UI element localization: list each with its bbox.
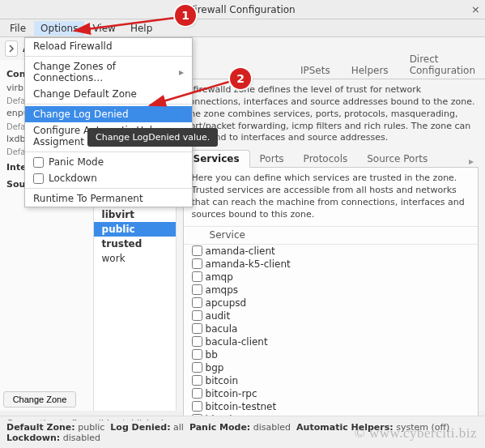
service-checkbox[interactable] <box>192 375 202 386</box>
main-panel: Zones Services IPSets Helpers Direct Con… <box>177 60 485 411</box>
service-row[interactable]: bacula-client <box>184 335 478 348</box>
status-panic-v: disabled <box>253 422 291 433</box>
service-checkbox[interactable] <box>192 297 202 308</box>
service-row[interactable]: amanda-k5-client <box>184 258 478 271</box>
menubar: File Options View Help <box>0 19 485 37</box>
lockdown-checkbox[interactable] <box>33 173 44 184</box>
options-change-zones-connections[interactable]: Change Zones of Connections… <box>25 58 192 86</box>
window-title: Firewall Configuration <box>189 4 295 15</box>
tabs-scroll-right-icon[interactable]: ▸ <box>464 156 479 167</box>
service-checkbox[interactable] <box>192 388 202 399</box>
service-checkbox[interactable] <box>192 310 202 321</box>
service-checkbox[interactable] <box>192 271 202 282</box>
service-checkbox[interactable] <box>192 323 202 334</box>
service-row[interactable]: bgp <box>184 361 478 374</box>
service-checkbox[interactable] <box>192 336 202 347</box>
services-list[interactable]: amanda-clientamanda-k5-clientamqpamqpsap… <box>184 245 478 426</box>
service-label: bb <box>206 349 218 361</box>
inner-tab-protocols[interactable]: Protocols <box>294 151 358 167</box>
menu-sep <box>25 188 192 189</box>
service-checkbox[interactable] <box>192 258 202 269</box>
service-row[interactable]: bitcoin <box>184 374 478 387</box>
options-menu: Reload Firewalld Change Zones of Connect… <box>24 37 193 207</box>
options-panic-mode[interactable]: Panic Mode <box>25 154 192 170</box>
collapse-sidebar-button[interactable] <box>5 41 18 57</box>
options-reload[interactable]: Reload Firewalld <box>25 38 192 54</box>
options-lockdown[interactable]: Lockdown <box>25 170 192 186</box>
config-tabs: Zones Services IPSets Helpers Direct Con… <box>177 60 485 79</box>
service-label: bitcoin <box>206 375 239 386</box>
service-label: bitcoin-rpc <box>206 388 257 399</box>
status-lockdown-v: disabled <box>63 433 100 443</box>
service-checkbox[interactable] <box>192 349 202 360</box>
service-label: apcupsd <box>206 297 247 309</box>
titlebar: Firewall Configuration × <box>0 0 485 19</box>
service-row[interactable]: bb <box>184 348 478 361</box>
service-row[interactable]: bacula <box>184 322 478 335</box>
menu-sep <box>25 56 192 57</box>
service-row[interactable]: amanda-client <box>184 245 478 258</box>
menu-options[interactable]: Options <box>34 21 84 36</box>
inner-tab-source-ports[interactable]: Source Ports <box>357 151 437 167</box>
status-default-zone-v: public <box>78 422 104 433</box>
service-checkbox[interactable] <box>192 401 202 412</box>
annotation-step-1: 1 <box>175 5 196 26</box>
watermark: © www.cyberciti.biz <box>355 425 477 442</box>
status-lockdown-k: Lockdown: <box>6 433 60 443</box>
change-zone-button[interactable]: Change Zone <box>3 391 76 407</box>
tab-direct[interactable]: Direct Configuration <box>400 51 485 79</box>
lockdown-label: Lockdown <box>49 173 97 184</box>
options-change-log-denied[interactable]: Change Log Denied <box>25 106 192 122</box>
zone-description: A firewalld zone defines the level of tr… <box>177 79 485 149</box>
options-change-default-zone[interactable]: Change Default Zone <box>25 86 192 102</box>
service-label: bacula <box>206 323 238 335</box>
menu-view[interactable]: View <box>86 21 121 36</box>
tab-helpers[interactable]: Helpers <box>342 62 398 79</box>
status-log-denied-v: all <box>173 422 184 433</box>
service-label: bgp <box>206 362 224 373</box>
zone-libvirt[interactable]: libvirt <box>94 207 176 222</box>
status-default-zone-k: Default Zone: <box>6 422 75 433</box>
tab-ipsets[interactable]: IPSets <box>291 62 340 79</box>
zone-trusted[interactable]: trusted <box>94 237 176 251</box>
service-row[interactable]: bitcoin-rpc <box>184 387 478 400</box>
service-row[interactable]: apcupsd <box>184 297 478 309</box>
services-pane: Here you can define which services are t… <box>183 168 479 426</box>
service-row[interactable]: bitcoin-testnet <box>184 400 478 413</box>
service-checkbox[interactable] <box>192 284 202 295</box>
annotation-step-2: 2 <box>230 68 251 89</box>
service-label: amanda-client <box>206 245 275 257</box>
service-label: audit <box>206 310 231 322</box>
zone-inner-tabs: Services Ports Protocols Source Ports ▸ <box>183 149 479 168</box>
services-header: Service <box>184 227 478 245</box>
service-label: amqps <box>206 284 239 296</box>
service-row[interactable]: amqps <box>184 284 478 297</box>
menu-sep <box>25 104 192 105</box>
service-row[interactable]: audit <box>184 309 478 322</box>
service-checkbox[interactable] <box>192 245 202 256</box>
menu-sep <box>25 151 192 152</box>
inner-tab-ports[interactable]: Ports <box>250 151 294 167</box>
service-label: bacula-client <box>206 336 268 348</box>
service-row[interactable]: amqp <box>184 271 478 284</box>
window-close-icon[interactable]: × <box>471 3 480 15</box>
panic-mode-checkbox[interactable] <box>33 157 44 168</box>
service-label: amanda-k5-client <box>206 258 291 270</box>
options-runtime-permanent[interactable]: Runtime To Permanent <box>25 190 192 207</box>
services-description: Here you can define which services are t… <box>184 168 478 226</box>
change-log-denied-tooltip: Change LogDenied value. <box>87 128 218 147</box>
service-label: amqp <box>206 271 233 283</box>
panic-mode-label: Panic Mode <box>49 156 104 168</box>
menu-file[interactable]: File <box>3 21 32 36</box>
menu-help[interactable]: Help <box>124 21 159 36</box>
service-checkbox[interactable] <box>192 362 202 373</box>
status-panic-k: Panic Mode: <box>189 422 250 433</box>
zone-public[interactable]: public <box>94 222 176 237</box>
services-header-label: Service <box>210 229 245 241</box>
zone-work[interactable]: work <box>94 251 176 266</box>
service-label: bitcoin-testnet <box>206 401 277 412</box>
status-log-denied-k: Log Denied: <box>110 422 170 433</box>
